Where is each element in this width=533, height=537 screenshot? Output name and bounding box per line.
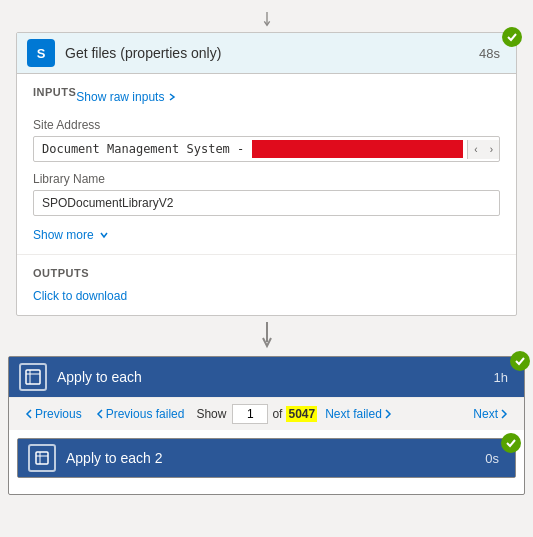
library-name-field: SPODocumentLibraryV2 bbox=[33, 190, 500, 216]
site-address-field: Document Management System - ‹ › bbox=[33, 136, 500, 162]
site-address-label: Site Address bbox=[33, 118, 500, 132]
site-address-text: Document Management System - bbox=[34, 137, 248, 161]
inner-apply-title: Apply to each 2 bbox=[66, 450, 485, 466]
next-failed-button[interactable]: Next failed bbox=[319, 404, 398, 424]
show-label: Show bbox=[196, 407, 226, 421]
svg-rect-2 bbox=[26, 370, 40, 384]
previous-button[interactable]: Previous bbox=[19, 404, 88, 424]
inner-apply-duration: 0s bbox=[485, 451, 499, 466]
get-files-title: Get files (properties only) bbox=[65, 45, 479, 61]
middle-arrow-connector bbox=[0, 322, 533, 350]
inner-apply-status-badge bbox=[501, 433, 521, 453]
sharepoint-icon: S bbox=[27, 39, 55, 67]
pagination-row: Previous Previous failed Show of 5047 Ne… bbox=[9, 397, 524, 430]
library-name-label: Library Name bbox=[33, 172, 500, 186]
apply-each-title: Apply to each bbox=[57, 369, 494, 385]
show-raw-inputs-button[interactable]: Show raw inputs bbox=[76, 90, 178, 104]
apply-each-header[interactable]: Apply to each 1h bbox=[9, 357, 524, 397]
inner-apply-header[interactable]: Apply to each 2 0s bbox=[18, 439, 515, 477]
inputs-label: INPUTS bbox=[33, 86, 76, 98]
get-files-header[interactable]: S Get files (properties only) 48s bbox=[17, 33, 516, 74]
next-button[interactable]: Next bbox=[467, 404, 514, 424]
get-files-card: S Get files (properties only) 48s INPUTS… bbox=[16, 32, 517, 316]
get-files-status-badge bbox=[502, 27, 522, 47]
page-total: 5047 bbox=[286, 406, 317, 422]
apply-each-duration: 1h bbox=[494, 370, 508, 385]
apply-each-card: Apply to each 1h Previous Previous faile… bbox=[8, 356, 525, 495]
top-arrow-connector bbox=[0, 12, 533, 28]
svg-rect-5 bbox=[36, 452, 48, 464]
page-number-input[interactable] bbox=[232, 404, 268, 424]
click-to-download-button[interactable]: Click to download bbox=[33, 289, 500, 303]
outputs-label: OUTPUTS bbox=[33, 267, 500, 279]
scroll-arrows: ‹ › bbox=[467, 140, 499, 159]
apply-each-status-badge bbox=[510, 351, 530, 371]
inner-apply-card: Apply to each 2 0s bbox=[17, 438, 516, 478]
apply-each-icon bbox=[19, 363, 47, 391]
show-more-button[interactable]: Show more bbox=[33, 228, 110, 242]
scroll-right-button[interactable]: › bbox=[484, 140, 499, 159]
get-files-duration: 48s bbox=[479, 46, 500, 61]
of-label: of bbox=[272, 407, 282, 421]
outputs-section: OUTPUTS Click to download bbox=[17, 254, 516, 315]
previous-failed-button[interactable]: Previous failed bbox=[90, 404, 191, 424]
scroll-left-button[interactable]: ‹ bbox=[468, 140, 483, 159]
inner-apply-icon bbox=[28, 444, 56, 472]
inputs-section: INPUTS Show raw inputs Site Address Docu… bbox=[17, 74, 516, 254]
redacted-bar bbox=[252, 140, 463, 158]
